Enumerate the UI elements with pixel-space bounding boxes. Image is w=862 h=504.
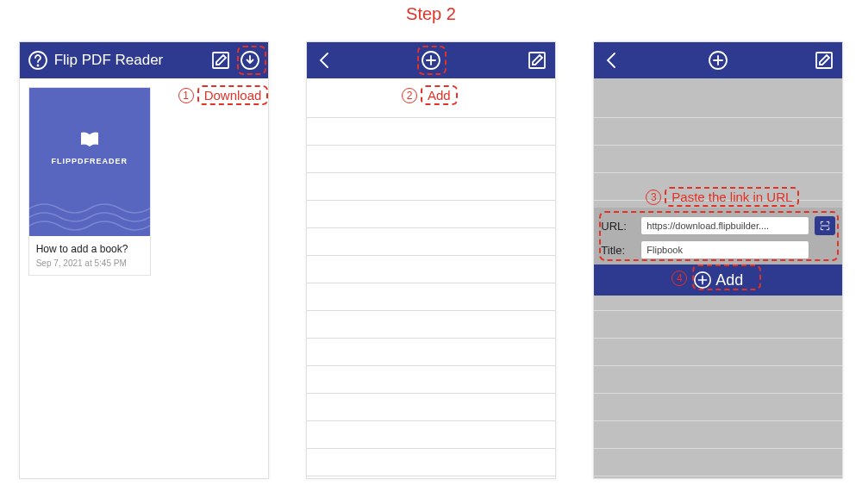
- title-input[interactable]: Flipbook: [640, 240, 809, 259]
- phone-screenshot-1: Flip PDF Reader FLIPPDFREADER: [19, 41, 269, 479]
- list-row: [594, 366, 842, 394]
- list-row: [594, 394, 842, 421]
- app-title: Flip PDF Reader: [51, 52, 208, 69]
- book-card[interactable]: FLIPPDFREADER How to add a book? Sep 7, …: [28, 87, 151, 276]
- list-row: [307, 339, 555, 366]
- list-row: [307, 366, 555, 394]
- waves-decoration: [29, 200, 150, 236]
- list-row: [594, 311, 842, 339]
- edit-icon[interactable]: [208, 47, 234, 73]
- annotation-1-number: 1: [178, 88, 194, 103]
- step-title: Step 2: [406, 4, 456, 24]
- book-logo-icon: [78, 131, 101, 152]
- list-row: [307, 449, 555, 476]
- list-row: [307, 228, 555, 256]
- svg-point-1: [37, 65, 38, 66]
- list-row: [594, 146, 842, 173]
- url-form-panel: URL: https://download.flipbuilder.... Ti…: [594, 208, 842, 296]
- annotation-3: 3 Paste the link in URL: [646, 187, 799, 207]
- edit-icon[interactable]: [524, 47, 550, 73]
- add-button[interactable]: Add: [594, 264, 842, 296]
- navbar-3: [594, 42, 842, 78]
- list-row: [307, 311, 555, 339]
- back-icon[interactable]: [599, 47, 625, 73]
- list-row: [594, 421, 842, 449]
- annotation-1-text: Download: [197, 85, 269, 105]
- annotation-3-number: 3: [646, 190, 661, 205]
- phone-screenshot-2: 2 Add: [306, 41, 556, 479]
- url-input[interactable]: https://download.flipbuilder....: [640, 216, 809, 235]
- list-row: [307, 146, 555, 173]
- list-row: [307, 118, 555, 146]
- annotation-2-text: Add: [421, 85, 458, 105]
- plus-icon[interactable]: [418, 47, 444, 73]
- download-icon[interactable]: [237, 47, 263, 73]
- plus-icon: [693, 271, 712, 289]
- list-row: [307, 421, 555, 449]
- list-row: [594, 118, 842, 146]
- title-label: Title:: [601, 244, 635, 257]
- phone-screenshot-3: URL: https://download.flipbuilder.... Ti…: [593, 41, 843, 479]
- qr-scan-icon[interactable]: [815, 216, 835, 235]
- annotation-4: 4: [671, 271, 687, 286]
- annotation-2: 2 Add: [402, 85, 458, 105]
- edit-icon[interactable]: [811, 47, 837, 73]
- svg-rect-2: [213, 53, 228, 68]
- list-row: [307, 283, 555, 311]
- navbar-2: [307, 42, 555, 78]
- list-row: [594, 90, 842, 118]
- list-row: [594, 449, 842, 476]
- phones-row: Flip PDF Reader FLIPPDFREADER: [0, 41, 862, 479]
- annotation-3-text: Paste the link in URL: [665, 187, 799, 207]
- book-title: How to add a book?: [29, 236, 150, 258]
- annotation-4-number: 4: [671, 271, 687, 286]
- annotation-2-number: 2: [402, 88, 417, 103]
- list-row: [307, 394, 555, 421]
- book-cover: FLIPPDFREADER: [29, 88, 150, 236]
- list-row: [307, 173, 555, 201]
- help-icon[interactable]: [25, 47, 51, 73]
- add-button-label: Add: [715, 271, 743, 289]
- book-date: Sep 7, 2021 at 5:45 PM: [29, 258, 150, 275]
- navbar-1: Flip PDF Reader: [20, 42, 268, 78]
- back-icon[interactable]: [312, 47, 338, 73]
- url-label: URL:: [601, 220, 635, 233]
- list-row: [307, 201, 555, 228]
- plus-icon[interactable]: [705, 47, 731, 73]
- annotation-1: 1 Download: [178, 85, 269, 105]
- book-brand: FLIPPDFREADER: [51, 157, 128, 165]
- list-row: [307, 256, 555, 283]
- svg-rect-7: [816, 53, 832, 68]
- svg-rect-5: [529, 53, 545, 68]
- list-row: [594, 339, 842, 366]
- list-area-2: [307, 78, 555, 478]
